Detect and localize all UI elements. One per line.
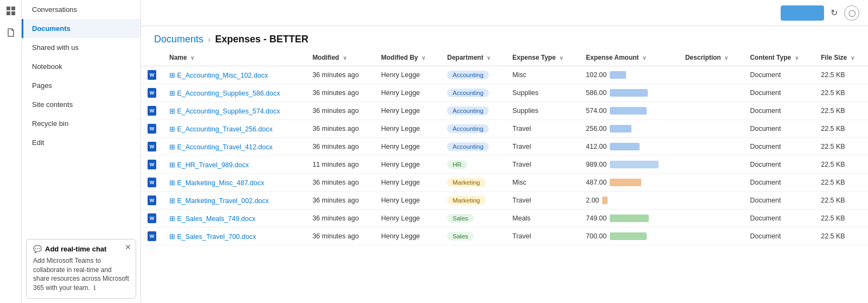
sidebar-item-recycle-bin[interactable]: Recycle bin bbox=[22, 114, 141, 133]
table-row[interactable]: W⊞ E_HR_Travel_989.docx11 minutes agoHen… bbox=[141, 156, 868, 174]
col-header-file-size[interactable]: File Size ∨ bbox=[814, 49, 868, 66]
expense-amount: 586.00 bbox=[579, 84, 679, 102]
sidebar-item-site-contents[interactable]: Site contents bbox=[22, 95, 141, 114]
description bbox=[679, 66, 744, 84]
grid-icon[interactable] bbox=[4, 4, 17, 17]
col-header-description[interactable]: Description ∨ bbox=[679, 49, 744, 66]
user-avatar[interactable]: ◯ bbox=[844, 5, 859, 21]
expense-amount: 412.00 bbox=[579, 138, 679, 156]
department-badge: Accounting bbox=[447, 124, 489, 133]
file-type-icon: W bbox=[141, 174, 163, 192]
breadcrumb-separator: › bbox=[208, 35, 210, 45]
word-icon: W bbox=[148, 142, 156, 152]
file-size: 22.5 KB bbox=[814, 120, 868, 138]
file-name[interactable]: ⊞ E_Accounting_Travel_412.docx bbox=[163, 138, 306, 156]
sidebar: ConversationsDocumentsShared with usNote… bbox=[22, 0, 141, 303]
file-name[interactable]: ⊞ E_Accounting_Misc_102.docx bbox=[163, 66, 306, 84]
amount-value: 586.00 bbox=[586, 89, 607, 97]
table-row[interactable]: W⊞ E_Accounting_Misc_102.docx36 minutes … bbox=[141, 66, 868, 84]
chat-panel-title: 💬 Add real-time chat bbox=[33, 245, 129, 253]
breadcrumb-current: Expenses - BETTER bbox=[215, 34, 308, 45]
breadcrumb: Documents › Expenses - BETTER bbox=[141, 26, 868, 49]
expense-type: Travel bbox=[506, 192, 579, 210]
col-header-expense-type[interactable]: Expense Type ∨ bbox=[506, 49, 579, 66]
word-icon: W bbox=[148, 88, 156, 98]
file-icon[interactable] bbox=[4, 26, 17, 39]
modified-date: 36 minutes ago bbox=[306, 192, 375, 210]
file-type-icon: W bbox=[141, 120, 163, 138]
file-size: 22.5 KB bbox=[814, 192, 868, 210]
breadcrumb-parent-link[interactable]: Documents bbox=[154, 34, 203, 45]
sidebar-item-pages[interactable]: Pages bbox=[22, 76, 141, 95]
table-row[interactable]: W⊞ E_Sales_Travel_700.docx36 minutes ago… bbox=[141, 228, 868, 245]
file-name[interactable]: ⊞ E_Marketing_Misc_487.docx bbox=[163, 174, 306, 192]
department-badge: Accounting bbox=[447, 89, 489, 97]
modified-date: 36 minutes ago bbox=[306, 174, 375, 192]
modified-date: 36 minutes ago bbox=[306, 120, 375, 138]
sidebar-item-notebook[interactable]: Notebook bbox=[22, 57, 141, 76]
description bbox=[679, 120, 744, 138]
sidebar-item-conversations[interactable]: Conversations bbox=[22, 0, 141, 19]
refresh-button[interactable]: ↻ bbox=[828, 5, 840, 20]
content-type: Document bbox=[743, 192, 814, 210]
content-type: Document bbox=[743, 138, 814, 156]
amount-bar bbox=[610, 179, 641, 186]
expense-type: Travel bbox=[506, 138, 579, 156]
modified-date: 36 minutes ago bbox=[306, 66, 375, 84]
amount-value: 749.00 bbox=[586, 214, 607, 222]
amount-bar bbox=[610, 89, 648, 97]
sidebar-item-documents[interactable]: Documents bbox=[22, 19, 141, 38]
chat-panel-body: Add Microsoft Teams to collaborate in re… bbox=[33, 256, 129, 293]
department: Accounting bbox=[441, 84, 506, 102]
file-name[interactable]: ⊞ E_Accounting_Supplies_586.docx bbox=[163, 84, 306, 102]
table-row[interactable]: W⊞ E_Sales_Meals_749.docx36 minutes agoH… bbox=[141, 210, 868, 228]
file-name[interactable]: ⊞ E_Sales_Travel_700.docx bbox=[163, 228, 306, 245]
file-name[interactable]: ⊞ E_Accounting_Supplies_574.docx bbox=[163, 102, 306, 120]
description bbox=[679, 210, 744, 228]
col-header-modified-by[interactable]: Modified By ∨ bbox=[374, 49, 441, 66]
file-name[interactable]: ⊞ E_Accounting_Travel_256.docx bbox=[163, 120, 306, 138]
file-type-icon: W bbox=[141, 156, 163, 174]
sidebar-item-shared-with-us[interactable]: Shared with us bbox=[22, 38, 141, 57]
description bbox=[679, 228, 744, 245]
amount-bar bbox=[610, 161, 659, 168]
amount-value: 487.00 bbox=[586, 179, 607, 186]
expense-type: Meals bbox=[506, 210, 579, 228]
amount-value: 2.00 bbox=[586, 197, 599, 204]
table-row[interactable]: W⊞ E_Accounting_Travel_412.docx36 minute… bbox=[141, 138, 868, 156]
file-size: 22.5 KB bbox=[814, 84, 868, 102]
modified-by: Henry Legge bbox=[374, 66, 441, 84]
content-type: Document bbox=[743, 84, 814, 102]
col-header-department[interactable]: Department ∨ bbox=[441, 49, 506, 66]
sidebar-item-edit[interactable]: Edit bbox=[22, 133, 141, 152]
col-header-modified[interactable]: Modified ∨ bbox=[306, 49, 375, 66]
word-icon: W bbox=[148, 70, 156, 80]
main-content: ↻ ◯ Documents › Expenses - BETTER Name ∨… bbox=[141, 0, 868, 303]
word-icon: W bbox=[148, 106, 156, 116]
file-name[interactable]: ⊞ E_HR_Travel_989.docx bbox=[163, 156, 306, 174]
description bbox=[679, 84, 744, 102]
word-icon: W bbox=[148, 160, 156, 169]
table-row[interactable]: W⊞ E_Accounting_Travel_256.docx36 minute… bbox=[141, 120, 868, 138]
col-header-name[interactable]: Name ∨ bbox=[163, 49, 306, 66]
modified-by: Henry Legge bbox=[374, 156, 441, 174]
content-type: Document bbox=[743, 210, 814, 228]
word-icon: W bbox=[148, 213, 156, 223]
modified-date: 36 minutes ago bbox=[306, 228, 375, 245]
col-header-content-type[interactable]: Content Type ∨ bbox=[743, 49, 814, 66]
modified-by: Henry Legge bbox=[374, 228, 441, 245]
table-row[interactable]: W⊞ E_Accounting_Supplies_586.docx36 minu… bbox=[141, 84, 868, 102]
file-size: 22.5 KB bbox=[814, 102, 868, 120]
amount-bar bbox=[602, 197, 608, 204]
primary-action-button[interactable] bbox=[781, 5, 824, 21]
table-row[interactable]: W⊞ E_Marketing_Misc_487.docx36 minutes a… bbox=[141, 174, 868, 192]
file-name[interactable]: ⊞ E_Sales_Meals_749.docx bbox=[163, 210, 306, 228]
table-row[interactable]: W⊞ E_Marketing_Travel_002.docx36 minutes… bbox=[141, 192, 868, 210]
file-name[interactable]: ⊞ E_Marketing_Travel_002.docx bbox=[163, 192, 306, 210]
col-header-expense-amount[interactable]: Expense Amount ∨ bbox=[579, 49, 679, 66]
amount-value: 574.00 bbox=[586, 107, 607, 115]
table-row[interactable]: W⊞ E_Accounting_Supplies_574.docx36 minu… bbox=[141, 102, 868, 120]
chat-panel-close-button[interactable]: ✕ bbox=[125, 243, 131, 251]
expense-amount: 102.00 bbox=[579, 66, 679, 84]
chat-emoji-icon: 💬 bbox=[33, 245, 42, 253]
